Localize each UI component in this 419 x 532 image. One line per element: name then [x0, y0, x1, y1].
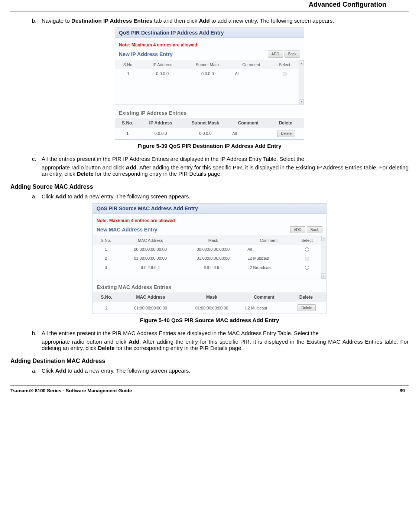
cell-mac: ff:ff:ff:ff:ff:ff: [119, 263, 182, 272]
existing-ip-section-title: Existing IP Address Entries: [119, 110, 300, 116]
col-select: Select: [270, 60, 299, 69]
panel-note: Note: Maximum 4 entries are allowed: [115, 38, 304, 50]
back-button[interactable]: Back: [285, 51, 300, 58]
panel-note: Note: Maximum 4 entries are allowed: [93, 214, 326, 226]
text: to add a new entry. The following screen…: [210, 17, 334, 24]
add-button[interactable]: ADD: [290, 226, 305, 233]
step-b-mac: b. All the entries present in the PIR MA…: [32, 330, 409, 336]
scrollbar[interactable]: ▴ ▾: [299, 60, 304, 104]
bold-add: Add: [126, 164, 136, 171]
cell-mask: 0.0.0.0: [181, 128, 229, 139]
cell-mac: 01:00:00:00:00:00: [120, 302, 181, 314]
step-letter: a.: [32, 193, 42, 200]
col-ip: IP Address: [142, 60, 183, 69]
table-row: 3 ff:ff:ff:ff:ff:ff ff:ff:ff:ff:ff:ff L2…: [93, 263, 321, 272]
text: appropriate radio button and click: [42, 338, 129, 345]
text: Click: [42, 193, 55, 200]
step-letter: b.: [32, 17, 42, 24]
cell-comment: L2 Multicast: [242, 302, 286, 314]
text: All the entries present in the PIR IP Ad…: [42, 156, 304, 162]
cell-mac: 00:00:00:00:00:00: [119, 245, 182, 254]
text: Click: [42, 367, 55, 374]
figure-caption-40: Figure 5-40 QoS PIR Source MAC address A…: [10, 317, 409, 323]
footer-page-number: 89: [400, 388, 405, 393]
panel-title: QoS PIR Destination IP Address Add Entry: [115, 28, 304, 38]
col-delete: Delete: [286, 292, 326, 302]
heading-src-mac: Adding Source MAC Address: [10, 184, 409, 190]
text: for the corresponding entry in the PIR D…: [94, 171, 222, 177]
table-row: 2 01:00:00:00:00:00 01:00:00:00:00:00 L2…: [93, 302, 326, 314]
bold-delete: Delete: [98, 345, 114, 351]
cell-sno: 3: [93, 263, 119, 272]
cell-mask: 01:00:00:00:00:00: [182, 254, 244, 263]
col-comment: Comment: [244, 236, 293, 245]
qos-ip-panel: QoS PIR Destination IP Address Add Entry…: [115, 27, 304, 140]
select-radio[interactable]: [283, 72, 287, 76]
text: to add a new entry. The following screen…: [66, 367, 191, 374]
cell-mask: 0.0.0.0: [183, 69, 232, 78]
cell-mac: 01:00:00:00:00:00: [119, 254, 182, 263]
text: appropriate radio button and click: [42, 164, 126, 171]
step-a-src-mac: a. Click Add to add a new entry. The fol…: [32, 193, 409, 200]
cell-ip: 0.0.0.0: [142, 69, 183, 78]
cell-comment: All: [232, 69, 270, 78]
text: for the corresponding entry in the PIR D…: [115, 345, 243, 351]
cell-comment: L2 Broadcast: [244, 263, 293, 272]
bold-delete: Delete: [77, 171, 94, 177]
cell-comment: All: [244, 245, 293, 254]
col-ip: IP Address: [140, 118, 182, 128]
select-radio[interactable]: [305, 266, 309, 270]
delete-button[interactable]: Delete: [277, 130, 295, 137]
figure-caption-39: Figure 5-39 QoS PIR Destination IP Addre…: [10, 143, 409, 149]
bold-dest-ip: Destination IP Address Entries: [71, 17, 152, 24]
table-row: 1 00:00:00:00:00:00 00:00:00:00:00:00 Al…: [93, 245, 321, 254]
bold-add: Add: [55, 367, 66, 374]
step-letter: c.: [32, 156, 42, 162]
cell-sno: 2: [93, 254, 119, 263]
col-mask: Mask: [182, 236, 244, 245]
scroll-down-icon[interactable]: ▾: [299, 99, 304, 104]
cell-sno: 1: [115, 128, 140, 139]
new-ip-section-title: New IP Address Entry: [119, 51, 266, 57]
select-radio[interactable]: [305, 257, 309, 261]
col-sno: S.No.: [115, 60, 142, 69]
new-mac-section-title: New MAC Address Entry: [97, 227, 289, 233]
step-a-dst-mac: a. Click Add to add a new entry. The fol…: [32, 367, 409, 374]
bold-add: Add: [129, 338, 139, 345]
select-radio[interactable]: [305, 247, 309, 252]
cell-sno: 1: [115, 69, 142, 78]
new-mac-table: S.No. MAC Address Mask Comment Select 1 …: [93, 236, 321, 279]
add-button[interactable]: ADD: [268, 51, 283, 58]
scroll-up-icon[interactable]: ▴: [321, 236, 326, 241]
text: Navigate to: [42, 17, 71, 24]
delete-button[interactable]: Delete: [298, 304, 316, 311]
col-comment: Comment: [242, 292, 286, 302]
page-section-title: Advanced Configuration: [10, 0, 409, 11]
table-row: 1 0.0.0.0 0.0.0.0 All: [115, 69, 299, 78]
scrollbar[interactable]: ▴ ▾: [321, 236, 326, 279]
table-row: 2 01:00:00:00:00:00 01:00:00:00:00:00 L2…: [93, 254, 321, 263]
cell-mask: 00:00:00:00:00:00: [182, 245, 244, 254]
panel-title: QoS PIR Source MAC Address Add Entry: [93, 204, 326, 214]
col-mask: Subnet Mask: [181, 118, 229, 128]
col-select: Select: [293, 236, 321, 245]
scroll-up-icon[interactable]: ▴: [299, 60, 304, 65]
col-mac: MAC Address: [119, 236, 182, 245]
step-b-mac-continued: appropriate radio button and click Add. …: [42, 338, 409, 351]
step-c: c. All the entries present in the PIR IP…: [32, 156, 409, 162]
cell-sno: 2: [93, 302, 120, 314]
cell-comment: All: [229, 128, 267, 139]
cell-mask: ff:ff:ff:ff:ff:ff: [182, 263, 244, 272]
step-b: b. Navigate to Destination IP Address En…: [32, 17, 409, 24]
cell-comment: L2 Multicast: [244, 254, 293, 263]
footer-guide-title: Tsunami® 8100 Series - Software Manageme…: [10, 388, 132, 393]
cell-mask: 01:00:00:00:00:00: [181, 302, 243, 314]
text: All the entries present in the PIR MAC A…: [42, 330, 319, 336]
col-sno: S.No.: [93, 292, 120, 302]
col-comment: Comment: [232, 60, 270, 69]
col-sno: S.No.: [115, 118, 140, 128]
back-button[interactable]: Back: [307, 226, 322, 233]
heading-dst-mac: Adding Destination MAC Address: [10, 358, 409, 364]
cell-sno: 1: [93, 245, 119, 254]
scroll-down-icon[interactable]: ▾: [321, 273, 326, 279]
